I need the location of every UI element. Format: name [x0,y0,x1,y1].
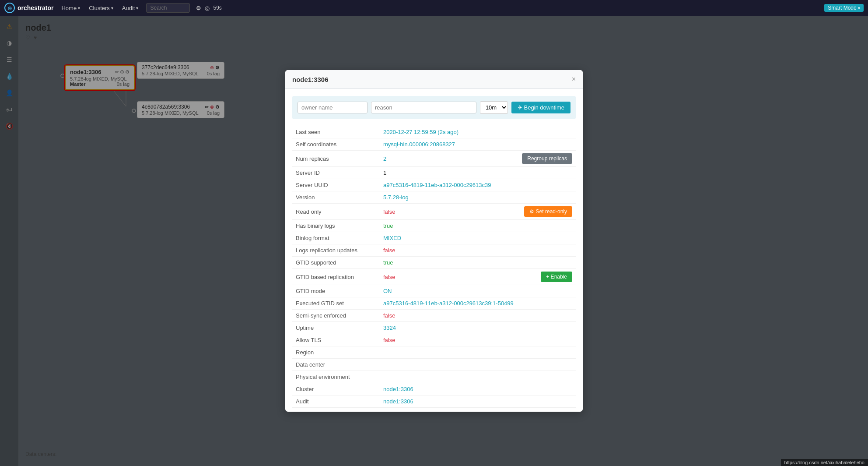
table-row: Uptime 3324 [292,322,576,334]
field-label-last-seen: Last seen [292,126,380,138]
field-value-cluster[interactable]: node1:3306 [383,386,413,392]
nav-clusters[interactable]: Clusters ▾ [85,3,117,13]
field-label-num-replicas: Num replicas [292,151,380,167]
table-row: GTID supported true [292,257,576,269]
field-label-self-coords: Self coordinates [292,138,380,151]
field-label-executed-gtid: Executed GTID set [292,297,380,310]
regroup-replicas-button[interactable]: Regroup replicas [522,153,572,164]
modal-body: 10m 30m 1h 2h ✈ Begin downtime Last seen… [285,89,583,412]
table-row: GTID based replication false + Enable [292,269,576,285]
table-row: Agent node1 [292,408,576,412]
table-row: Last seen 2020-12-27 12:59:59 (2s ago) [292,126,576,138]
table-row: Server ID 1 [292,167,576,179]
brand: ◎ orchestrator [4,3,53,13]
search-input[interactable] [146,3,190,13]
downtime-form: 10m 30m 1h 2h ✈ Begin downtime [292,96,576,119]
table-row: Has binary logs true [292,220,576,232]
table-row: Audit node1:3306 [292,395,576,408]
table-row: Num replicas 2 Regroup replicas [292,151,576,167]
modal-header: node1:3306 × [285,70,583,89]
table-row: Server UUID a97c5316-4819-11eb-a312-000c… [292,179,576,191]
field-value-physical-env [380,371,576,383]
field-label-data-center: Data center [292,359,380,371]
main-content: ⚠ ◑ ☰ 💧 👤 🏷 🔇 node1 ♡ ♥ [0,16,868,466]
enable-gtid-button[interactable]: + Enable [541,272,572,282]
modal: node1:3306 × 10m 30m 1h 2h ✈ Begin downt… [285,70,583,412]
field-value-gtid-mode: ON [383,288,392,294]
field-label-read-only: Read only [292,204,380,220]
table-row: GTID mode ON [292,285,576,297]
table-row: Data center [292,359,576,371]
field-label-agent: Agent [292,408,380,412]
field-label-uptime: Uptime [292,322,380,334]
set-readonly-button[interactable]: ⚙ Set read-only [524,206,572,217]
field-value-server-id: 1 [380,167,576,179]
nav-home[interactable]: Home ▾ [58,3,84,13]
field-value-audit[interactable]: node1:3306 [383,398,413,405]
brand-icon: ◎ [4,3,15,13]
info-table: Last seen 2020-12-27 12:59:59 (2s ago) S… [292,126,576,412]
field-label-semi-sync: Semi-sync enforced [292,310,380,322]
field-value-last-seen[interactable]: 2020-12-27 12:59:59 (2s ago) [383,129,458,135]
field-label-version: Version [292,191,380,204]
table-row: Read only false ⚙ Set read-only [292,204,576,220]
field-label-allow-tls: Allow TLS [292,334,380,346]
duration-select[interactable]: 10m 30m 1h 2h [480,101,508,114]
nav-audit[interactable]: Audit ▾ [119,3,142,13]
reason-input[interactable] [371,102,476,113]
field-label-region: Region [292,346,380,359]
table-row: Version 5.7.28-log [292,191,576,204]
table-row: Allow TLS false [292,334,576,346]
field-value-uptime: 3324 [383,325,396,331]
field-label-gtid-mode: GTID mode [292,285,380,297]
field-label-server-id: Server ID [292,167,380,179]
field-label-audit: Audit [292,395,380,408]
field-label-gtid-replication: GTID based replication [292,269,380,285]
begin-downtime-button[interactable]: ✈ Begin downtime [511,102,570,113]
timer-badge: 59s [213,5,221,11]
field-value-server-uuid[interactable]: a97c5316-4819-11eb-a312-000c29613c39 [383,182,491,188]
modal-title: node1:3306 [292,76,329,83]
navbar-icons: ⚙ ◎ 59s [196,5,221,11]
table-row: Executed GTID set a97c5316-4819-11eb-a31… [292,297,576,310]
field-label-binary-logs: Has binary logs [292,220,380,232]
field-value-num-replicas: 2 [383,155,386,162]
field-label-physical-env: Physical environment [292,371,380,383]
field-label-cluster: Cluster [292,383,380,395]
field-value-agent[interactable]: node1 [383,410,399,412]
navbar: ◎ orchestrator Home ▾ Clusters ▾ Audit ▾… [0,0,868,16]
field-value-data-center [380,359,576,371]
field-value-version: 5.7.28-log [383,194,409,201]
table-row: Region [292,346,576,359]
field-value-gtid-supported: true [383,259,393,266]
field-value-semi-sync: false [383,312,395,319]
table-row: Binlog format MIXED [292,232,576,244]
table-row: Logs replication updates false [292,244,576,257]
field-value-executed-gtid[interactable]: a97c5316-4819-11eb-a312-000c29613c39:1-5… [383,300,514,307]
table-row: Physical environment [292,371,576,383]
field-value-binlog-format: MIXED [383,235,401,241]
field-label-gtid-supported: GTID supported [292,257,380,269]
nav-links: Home ▾ Clusters ▾ Audit ▾ [58,3,142,13]
smart-mode-badge[interactable]: Smart Mode ▾ [824,4,864,12]
url-bar: https://blog.csdn.net/xixihahaleleheho [781,459,868,466]
settings-icon[interactable]: ⚙ [196,5,201,11]
field-label-server-uuid: Server UUID [292,179,380,191]
field-label-binlog-format: Binlog format [292,232,380,244]
table-row: Self coordinates mysql-bin.000006:208683… [292,138,576,151]
shield-icon[interactable]: ◎ [205,5,210,11]
navbar-right: Smart Mode ▾ [824,4,864,12]
brand-name: orchestrator [18,4,53,11]
modal-overlay: node1:3306 × 10m 30m 1h 2h ✈ Begin downt… [0,16,868,466]
field-value-gtid-replication: false [383,274,395,280]
field-value-read-only: false [383,208,395,215]
owner-name-input[interactable] [298,102,368,113]
modal-close-button[interactable]: × [572,75,576,83]
field-value-self-coords[interactable]: mysql-bin.000006:20868327 [383,141,455,148]
table-row: Cluster node1:3306 [292,383,576,395]
field-value-logs-replication: false [383,247,395,254]
field-label-logs-replication: Logs replication updates [292,244,380,257]
table-row: Semi-sync enforced false [292,310,576,322]
field-value-binary-logs: true [383,222,393,229]
field-value-region [380,346,576,359]
